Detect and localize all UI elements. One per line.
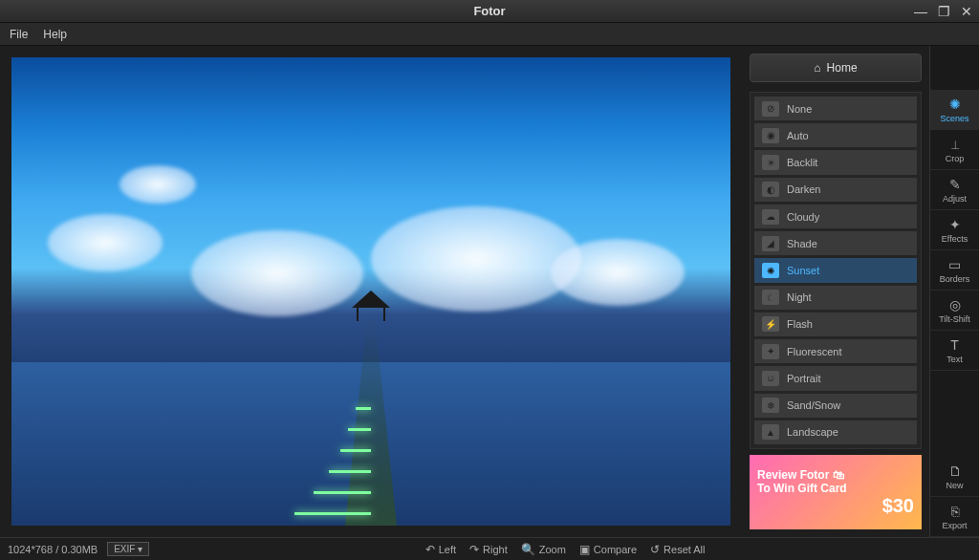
tool-label: Text [946, 355, 963, 364]
scene-item-flash[interactable]: ⚡Flash [754, 312, 917, 336]
adjust-icon: ✎ [949, 177, 961, 192]
scene-item-portrait[interactable]: ☺Portrait [754, 366, 917, 390]
tool-effects[interactable]: ✦Effects [930, 210, 979, 250]
tool-label: New [946, 481, 963, 490]
scene-item-sunset[interactable]: ✺Sunset [754, 258, 917, 282]
image-dimensions: 1024*768 / 0.30MB [8, 544, 98, 555]
scene-item-none[interactable]: ⊘None [754, 97, 917, 120]
export-icon: ⎘ [951, 504, 959, 519]
scene-item-auto[interactable]: ◉Auto [754, 123, 917, 147]
scene-item-darken[interactable]: ◐Darken [754, 178, 917, 202]
scene-label: Fluorescent [787, 346, 841, 357]
exif-button[interactable]: EXIF ▾ [107, 542, 149, 556]
scenes-icon: ✺ [949, 97, 961, 112]
scene-label: Flash [787, 318, 813, 330]
promo-line1: Review Fotor 🛍 [757, 468, 914, 482]
image-preview[interactable] [11, 57, 730, 526]
status-center: ↶Left ↷Right 🔍Zoom ▣Compare ↺Reset All [159, 543, 971, 556]
tool-label: Scenes [940, 114, 968, 123]
tool-label: Crop [946, 154, 965, 163]
home-button[interactable]: ⌂ Home [750, 54, 922, 82]
tool-label: Effects [942, 234, 968, 244]
menu-file[interactable]: File [10, 28, 28, 41]
right-panel: ⌂ Home ⊘None◉Auto☀Backlit◐Darken☁Cloudy◢… [742, 46, 979, 537]
maximize-button[interactable]: ❐ [935, 4, 952, 19]
scene-item-shade[interactable]: ◢Shade [754, 231, 917, 255]
menubar: File Help [0, 23, 979, 46]
fluorescent-icon: ✦ [762, 344, 779, 359]
scene-item-landscape[interactable]: ▲Landscape [754, 420, 917, 444]
tool-label: Export [942, 521, 967, 530]
auto-icon: ◉ [762, 128, 779, 143]
tool-tiltshift[interactable]: ◎Tilt-Shift [930, 291, 979, 331]
crop-icon: ⟂ [951, 137, 959, 152]
effects-icon: ✦ [949, 217, 961, 232]
tool-adjust[interactable]: ✎Adjust [930, 170, 979, 210]
tiltshift-icon: ◎ [949, 297, 961, 312]
new-icon: 🗋 [948, 463, 962, 479]
scenes-list: ⊘None◉Auto☀Backlit◐Darken☁Cloudy◢Shade✺S… [750, 92, 922, 449]
sunset-icon: ✺ [762, 263, 779, 278]
promo-price: $30 [757, 495, 914, 517]
scene-label: Backlit [787, 157, 817, 168]
minimize-button[interactable]: — [912, 4, 929, 19]
scene-item-fluorescent[interactable]: ✦Fluorescent [754, 339, 917, 363]
scene-label: Sand/Snow [787, 399, 840, 411]
scene-label: None [787, 103, 812, 115]
status-left: 1024*768 / 0.30MB EXIF ▾ [8, 542, 149, 556]
portrait-icon: ☺ [762, 371, 779, 386]
tool-crop[interactable]: ⟂Crop [930, 130, 979, 170]
scene-label: Cloudy [787, 211, 819, 223]
home-icon: ⌂ [814, 61, 820, 75]
tool-label: Adjust [943, 194, 967, 204]
main-area: ⌂ Home ⊘None◉Auto☀Backlit◐Darken☁Cloudy◢… [0, 46, 979, 537]
landscape-icon: ▲ [762, 424, 779, 440]
scene-item-backlit[interactable]: ☀Backlit [754, 150, 917, 174]
promo-line2: To Win Gift Card [757, 482, 914, 495]
backlit-icon: ☀ [762, 155, 779, 170]
none-icon: ⊘ [762, 101, 779, 117]
zoom-button[interactable]: 🔍Zoom [521, 543, 566, 556]
scene-item-sandsnow[interactable]: ❄Sand/Snow [754, 394, 917, 418]
darken-icon: ◐ [762, 182, 779, 197]
reset-all-button[interactable]: ↺Reset All [650, 543, 705, 556]
scene-label: Night [787, 291, 812, 303]
tool-scenes[interactable]: ✺Scenes [930, 90, 979, 130]
home-label: Home [827, 61, 858, 75]
scene-label: Sunset [787, 265, 819, 276]
rotate-right-button[interactable]: ↷Right [469, 543, 508, 556]
scenes-panel: ⌂ Home ⊘None◉Auto☀Backlit◐Darken☁Cloudy◢… [742, 46, 929, 537]
scene-label: Darken [787, 183, 820, 195]
reset-icon: ↺ [650, 543, 660, 556]
tool-borders[interactable]: ▭Borders [930, 250, 979, 291]
rotate-right-icon: ↷ [469, 543, 479, 556]
text-icon: T [950, 337, 959, 353]
cloudy-icon: ☁ [762, 209, 779, 225]
shade-icon: ◢ [762, 236, 779, 251]
tool-text[interactable]: TText [930, 331, 979, 371]
window-controls: — ❐ ✕ [912, 4, 975, 19]
scene-label: Portrait [787, 373, 820, 384]
menu-help[interactable]: Help [43, 28, 67, 41]
tool-label: Tilt-Shift [939, 314, 970, 324]
night-icon: ☾ [762, 290, 779, 305]
rotate-left-icon: ↶ [425, 543, 435, 556]
tool-sidebar: ✺Scenes⟂Crop✎Adjust✦Effects▭Borders◎Tilt… [929, 46, 979, 537]
titlebar: Fotor — ❐ ✕ [0, 0, 979, 23]
flash-icon: ⚡ [762, 316, 779, 332]
promo-banner[interactable]: Review Fotor 🛍 To Win Gift Card $30 [750, 455, 922, 529]
canvas-area [0, 46, 742, 537]
rotate-left-button[interactable]: ↶Left [425, 543, 456, 556]
sandsnow-icon: ❄ [762, 398, 779, 413]
zoom-icon: 🔍 [521, 543, 535, 556]
tool-export[interactable]: ⎘Export [930, 497, 979, 537]
scene-item-cloudy[interactable]: ☁Cloudy [754, 205, 917, 228]
scene-label: Auto [787, 130, 809, 141]
close-button[interactable]: ✕ [958, 4, 975, 19]
scene-item-night[interactable]: ☾Night [754, 286, 917, 310]
scene-label: Landscape [787, 426, 838, 438]
tool-new[interactable]: 🗋New [930, 457, 979, 497]
scene-label: Shade [787, 238, 817, 249]
compare-icon: ▣ [579, 543, 590, 556]
compare-button[interactable]: ▣Compare [579, 543, 637, 556]
